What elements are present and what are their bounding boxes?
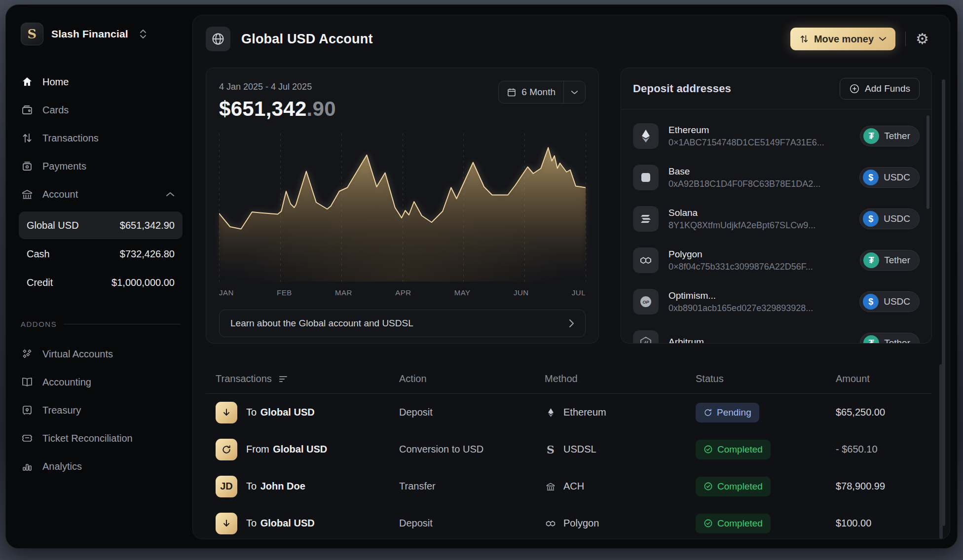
- bank-icon: [545, 482, 556, 491]
- sidebar-item-account[interactable]: Account: [21, 183, 185, 205]
- usdc-icon: $: [863, 211, 879, 227]
- deposit-row-base[interactable]: Base 0xA92B18C1D4F0F8C63B78E1DA2... $ US…: [633, 157, 920, 198]
- polygon-icon: [633, 247, 659, 273]
- book-icon: [21, 376, 34, 388]
- global-usd-balance: $651,342.90: [120, 220, 175, 231]
- transaction-row[interactable]: From Global USD Conversion to USD S USDS…: [206, 431, 932, 468]
- sidebar-item-analytics[interactable]: Analytics: [21, 455, 185, 477]
- sidebar-item-virtual-accounts[interactable]: Virtual Accounts: [21, 343, 185, 365]
- settings-gear-icon[interactable]: ⚙: [916, 32, 929, 46]
- chevron-down-icon: [879, 36, 887, 41]
- coin-badge-usdc: $ USDC: [859, 209, 920, 229]
- deposit-addresses-card: Deposit addresses Add Funds Et: [621, 68, 932, 344]
- deposit-arrow-icon: [216, 513, 237, 534]
- transaction-row[interactable]: To Global USD Deposit Ethereum Pending $…: [206, 394, 932, 431]
- deposit-address: 0xA92B18C1D4F0F8C63B78E1DA2...: [668, 179, 820, 189]
- coin-badge-tether: ₮ Tether: [860, 126, 920, 146]
- chart-x-axis: JAN FEB MAR APR MAY JUN JUL: [219, 288, 586, 297]
- transaction-row[interactable]: JD To John Doe Transfer ACH Completed: [206, 468, 932, 505]
- period-selector[interactable]: 6 Month: [498, 81, 586, 104]
- sidebar-item-treasury[interactable]: Treasury: [21, 399, 185, 421]
- status-badge-completed: Completed: [696, 440, 771, 459]
- diamonds-icon: [21, 348, 34, 360]
- workspace-switcher[interactable]: S Slash Financial: [21, 23, 185, 45]
- conversion-icon: [216, 439, 237, 460]
- transactions-table: Transactions Action Method Status Amount…: [206, 364, 932, 539]
- sidebar-item-accounting[interactable]: Accounting: [21, 371, 185, 393]
- globe-icon: [206, 27, 230, 51]
- sidebar-item-payments[interactable]: Payments: [21, 155, 185, 177]
- sidebar-account-cash[interactable]: Cash $732,426.80: [19, 240, 183, 268]
- deposit-address: 0×1ABC7154748D1CE5149F7A31E6...: [668, 138, 824, 148]
- usdc-icon: $: [863, 170, 879, 185]
- plus-circle-icon: [849, 83, 860, 94]
- tether-icon: ₮: [863, 252, 879, 268]
- learn-banner[interactable]: Learn about the Global account and USDSL: [219, 310, 586, 337]
- credit-balance: $1,000,000.00: [111, 277, 175, 288]
- gridline: [586, 134, 586, 285]
- x-tick: APR: [395, 288, 411, 297]
- divider: [64, 324, 181, 324]
- app-window: S Slash Financial Home Cards: [6, 5, 957, 548]
- deposit-address: 8Y1KQ8XtfmUdjkfA2eBpt67SLCw9...: [668, 220, 815, 231]
- arrows-up-down-icon: [21, 132, 34, 144]
- x-tick: JAN: [219, 288, 234, 297]
- transaction-row[interactable]: To Global USD Deposit Polygon Completed …: [206, 505, 932, 539]
- wallet-icon: [21, 104, 34, 116]
- bar-chart-icon: [21, 460, 34, 472]
- balance-chart-card: 4 Jan 2025 - 4 Jul 2025 $651,342.90 6 Mo…: [206, 68, 599, 344]
- deposit-row-polygon[interactable]: Polygon 0×8f04c75b331c3099876A22D56F... …: [633, 240, 920, 281]
- deposit-address: 0xb8901acb165ed027e329893928...: [668, 303, 813, 314]
- deposit-row-solana[interactable]: Solana 8Y1KQ8XtfmUdjkfA2eBpt67SLCw9... $…: [633, 198, 920, 240]
- arbitrum-icon: [633, 330, 659, 344]
- sort-icon[interactable]: [279, 376, 289, 383]
- deposit-row-arbitrum[interactable]: Arbitrum... ₮ Tether: [633, 322, 920, 344]
- cash-balance: $732,426.80: [120, 248, 175, 260]
- sidebar-item-transactions[interactable]: Transactions: [21, 127, 185, 149]
- deposit-scrollbar[interactable]: [926, 115, 929, 209]
- sidebar-account-global-usd[interactable]: Global USD $651,342.90: [19, 211, 183, 239]
- workspace-unfold-icon[interactable]: [139, 29, 147, 39]
- status-badge-completed: Completed: [696, 477, 771, 496]
- usdsl-icon: S: [545, 443, 556, 456]
- coin-badge-tether: ₮ Tether: [860, 250, 920, 271]
- ticket-icon: [21, 432, 34, 444]
- sidebar-item-cards[interactable]: Cards: [21, 99, 185, 121]
- check-circle-icon: [704, 519, 713, 528]
- ethereum-icon: [633, 123, 659, 149]
- arrows-up-down-icon: [799, 34, 809, 44]
- sidebar-item-home[interactable]: Home: [21, 71, 185, 93]
- sidebar-account-credit[interactable]: Credit $1,000,000.00: [19, 269, 183, 296]
- workspace-logo: S: [21, 23, 43, 45]
- x-tick: FEB: [277, 288, 292, 297]
- x-tick: MAR: [335, 288, 352, 297]
- table-scrollbar[interactable]: [939, 364, 943, 539]
- main-panel: Global USD Account Move money ⚙ 4 Jan 20…: [192, 15, 950, 539]
- workspace-name: Slash Financial: [51, 28, 128, 40]
- deposit-title: Deposit addresses: [633, 82, 731, 95]
- check-circle-icon: [704, 482, 713, 491]
- solana-icon: [633, 206, 659, 232]
- page-title: Global USD Account: [241, 32, 373, 47]
- sidebar-item-ticket-reconciliation[interactable]: Ticket Reconciliation: [21, 427, 185, 449]
- chevron-down-icon[interactable]: [563, 81, 585, 103]
- table-header: Transactions Action Method Status Amount: [206, 364, 932, 394]
- optimism-icon: OP: [633, 289, 659, 315]
- status-badge-completed: Completed: [696, 514, 771, 533]
- balance-chart: [219, 134, 586, 281]
- deposit-address: 0×8f04c75b331c3099876A22D56F...: [668, 262, 813, 272]
- safe-icon: [21, 404, 34, 416]
- refresh-icon: [704, 408, 712, 417]
- add-funds-button[interactable]: Add Funds: [840, 78, 920, 100]
- divider: [905, 32, 906, 46]
- deposit-arrow-icon: [216, 402, 237, 423]
- chevron-up-icon[interactable]: [166, 192, 175, 197]
- tether-icon: ₮: [863, 335, 879, 344]
- check-circle-icon: [704, 445, 713, 454]
- page-header: Global USD Account Move money ⚙: [193, 15, 950, 63]
- tether-icon: ₮: [863, 128, 879, 144]
- deposit-row-ethereum[interactable]: Ethereum 0×1ABC7154748D1CE5149F7A31E6...…: [633, 115, 920, 157]
- ethereum-icon: [545, 407, 556, 418]
- move-money-button[interactable]: Move money: [790, 28, 895, 50]
- deposit-row-optimism[interactable]: OP Optimism... 0xb8901acb165ed027e329893…: [633, 281, 920, 322]
